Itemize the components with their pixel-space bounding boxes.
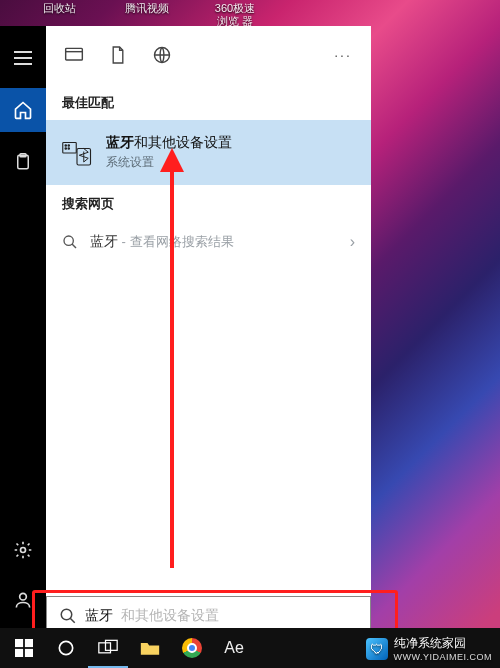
search-icon [62, 234, 78, 250]
best-match-result[interactable]: 蓝牙和其他设备设置 系统设置 [46, 120, 371, 185]
svg-point-9 [65, 147, 67, 149]
tab-apps-icon[interactable] [52, 33, 96, 77]
svg-rect-17 [25, 649, 33, 657]
section-best-match: 最佳匹配 [46, 84, 371, 120]
watermark-logo-icon: 🛡 [366, 638, 388, 660]
task-view-button[interactable] [88, 628, 128, 668]
svg-rect-14 [15, 639, 23, 647]
annotation-arrow [170, 168, 174, 568]
web-suggestion-text: 蓝牙 - 查看网络搜索结果 [90, 233, 234, 251]
search-typed-text: 蓝牙 [85, 607, 113, 625]
desktop-icon-360browser[interactable]: 360极速浏览 器 [210, 0, 260, 28]
watermark: 🛡 纯净系统家园 WWW.YIDAIMEI.COM [366, 635, 493, 662]
web-suggestion[interactable]: 蓝牙 - 查看网络搜索结果 › [46, 221, 371, 263]
hamburger-icon[interactable] [0, 36, 46, 80]
after-effects-button[interactable]: Ae [214, 628, 254, 668]
bluetooth-settings-icon [62, 138, 92, 168]
search-icon [59, 607, 77, 625]
watermark-brand: 纯净系统家园 [394, 636, 466, 650]
chrome-button[interactable] [172, 628, 212, 668]
section-search-web: 搜索网页 [46, 185, 371, 221]
chevron-right-icon: › [350, 233, 355, 251]
clipboard-icon[interactable] [0, 140, 46, 184]
svg-rect-20 [106, 640, 118, 650]
search-ghost-text: 和其他设备设置 [121, 607, 219, 625]
desktop-icon-tencent-video[interactable]: 腾讯视频 [122, 0, 172, 28]
cortana-button[interactable] [46, 628, 86, 668]
svg-rect-4 [66, 48, 83, 60]
svg-point-10 [68, 147, 70, 149]
tab-web-icon[interactable] [140, 33, 184, 77]
start-left-rail [0, 26, 46, 628]
file-explorer-button[interactable] [130, 628, 170, 668]
svg-rect-16 [15, 649, 23, 657]
svg-point-12 [64, 236, 73, 245]
home-icon[interactable] [0, 88, 46, 132]
start-button[interactable] [4, 628, 44, 668]
svg-rect-19 [99, 643, 111, 653]
annotation-arrow-head [160, 148, 184, 172]
svg-point-13 [61, 609, 72, 620]
tab-documents-icon[interactable] [96, 33, 140, 77]
svg-point-3 [20, 593, 27, 600]
gear-icon[interactable] [0, 528, 46, 572]
svg-point-8 [68, 144, 70, 146]
tab-more[interactable]: ··· [321, 33, 365, 77]
svg-point-2 [21, 548, 26, 553]
search-results-panel: ··· 最佳匹配 蓝牙和其他设备设置 系统设置 搜索网页 蓝牙 - 查看网络搜索… [46, 26, 371, 628]
svg-rect-15 [25, 639, 33, 647]
svg-point-7 [65, 144, 67, 146]
watermark-url: WWW.YIDAIMEI.COM [394, 652, 493, 662]
desktop-icon-recycle[interactable]: 回收站 [34, 0, 84, 28]
svg-point-18 [59, 641, 72, 654]
filter-tabs: ··· [46, 26, 371, 84]
